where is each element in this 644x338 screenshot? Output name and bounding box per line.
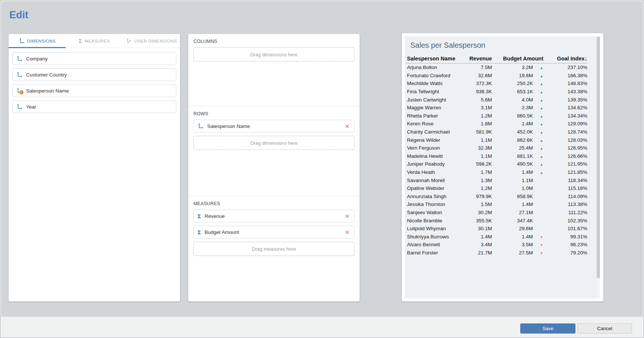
cell-goal-index: 101.67% — [550, 225, 587, 233]
tab-user-dimensions[interactable]: USER DIMENSIONS — [123, 34, 180, 48]
measures-section: MEASURES Σ Revenue ✕ Σ Budget Amount ✕ D… — [188, 196, 360, 256]
rows-label: ROWS — [193, 106, 354, 116]
cell-goal-index: 129.09% — [550, 120, 587, 128]
table-row: Savannah Morell1.3M1.1M118.34% — [405, 176, 587, 184]
user-axis-icon-glyph — [126, 38, 132, 44]
trend-down-icon: ▼ — [540, 243, 543, 247]
cell-trend: ▲ — [533, 144, 550, 152]
axis-icon-glyph — [16, 56, 22, 62]
sigma-icon: Σ — [79, 38, 82, 44]
tab-label: DIMENSIONS — [27, 39, 56, 43]
remove-icon[interactable]: ✕ — [344, 123, 350, 129]
cell-revenue: 581.9K — [461, 128, 492, 136]
tab-dimensions[interactable]: DIMENSIONS — [9, 34, 66, 48]
scrollbar-thumb[interactable] — [597, 37, 600, 278]
table-body: Arjuna Bolton7.5M3.2M▲237.10%Fortunato C… — [405, 63, 587, 257]
cell-salesperson-name: Nicolle Bramble — [405, 216, 461, 225]
dimension-list: Company Customer Country ✓Salesperson Na… — [9, 48, 180, 121]
cell-budget-amount: 29.6M — [492, 225, 533, 233]
sort-desc-icon: ↓ — [585, 55, 588, 62]
trend-up-icon: ▲ — [540, 106, 543, 110]
dimensions-panel: DIMENSIONS Σ MEASURES USER DIMENSIONS Co… — [9, 34, 180, 301]
cell-budget-amount: 653.1K — [492, 88, 533, 96]
cell-salesperson-name: Fina Tellwright — [405, 88, 461, 96]
preview-table: Salesperson Name Revenue Budget Amount G… — [405, 54, 587, 257]
footer-bar: Save Cancel — [0, 316, 644, 338]
trend-up-icon: ▲ — [540, 130, 543, 134]
cell-salesperson-name: Shukriyya Burrows — [405, 232, 461, 241]
cell-revenue: 1.5M — [461, 200, 492, 209]
header-revenue[interactable]: Revenue — [461, 54, 492, 63]
cell-revenue: 30.2M — [461, 209, 492, 217]
cell-trend: ▼ — [533, 232, 550, 241]
header-goal-index[interactable]: Goal Index↓ — [550, 54, 587, 63]
remove-icon[interactable]: ✕ — [344, 229, 350, 235]
preview-area: Sales per Salesperson Salesperson Name R… — [405, 36, 597, 298]
cell-trend: ▲ — [533, 160, 550, 168]
table-row: Sanjeev Walton30.2M27.1M111.22% — [405, 209, 587, 217]
remove-icon[interactable]: ✕ — [344, 213, 350, 219]
cell-salesperson-name: Sanjeev Walton — [405, 209, 461, 217]
cell-goal-index: 121.85% — [550, 168, 587, 176]
cell-goal-index: 126.66% — [550, 152, 587, 160]
cell-trend: ▲ — [533, 128, 550, 136]
tab-measures[interactable]: Σ MEASURES — [66, 34, 123, 48]
dimension-item-label: Year — [26, 104, 36, 110]
cell-budget-amount: 3.5M — [492, 241, 533, 249]
measures-label: MEASURES — [193, 196, 354, 206]
dimension-item-year[interactable]: Year — [12, 100, 176, 113]
measures-item-budget-amount[interactable]: Σ Budget Amount ✕ — [193, 226, 354, 238]
cell-goal-index: 128.74% — [550, 128, 587, 136]
table-row: Juniper Peabody598.2K490.5K▲121.95% — [405, 160, 587, 168]
rows-section: ROWS Salesperson Name ✕ Drag dimensions … — [188, 106, 360, 196]
table-row: Shukriyya Burrows1.4M1.4M▼99.31% — [405, 232, 587, 241]
table-header-row: Salesperson Name Revenue Budget Amount G… — [405, 54, 587, 63]
preview-scrollbar[interactable] — [597, 37, 600, 298]
trend-up-icon: ▲ — [540, 74, 543, 78]
preview-panel: Sales per Salesperson Salesperson Name R… — [402, 33, 603, 301]
cell-trend — [533, 225, 550, 233]
dimension-item-company[interactable]: Company — [12, 52, 176, 65]
measures-item-revenue[interactable]: Σ Revenue ✕ — [193, 210, 354, 222]
measures-dropzone[interactable]: Drag measures here — [193, 242, 354, 256]
axis-icon — [16, 104, 22, 110]
cell-revenue: 1.4M — [461, 232, 492, 241]
dimension-item-salesperson-name[interactable]: ✓Salesperson Name — [12, 84, 176, 97]
tab-label: MEASURES — [85, 39, 110, 43]
cell-salesperson-name: Madelina Hewitt — [405, 152, 461, 160]
header-salesperson-name[interactable]: Salesperson Name — [405, 54, 461, 63]
cell-goal-index: 115.16% — [550, 184, 587, 193]
cell-goal-index: 166.38% — [550, 72, 587, 80]
cell-budget-amount: 881.1K — [492, 152, 533, 160]
cell-trend — [533, 193, 550, 201]
axis-icon-glyph — [198, 123, 203, 129]
cell-budget-amount: 1.4M — [492, 232, 533, 241]
tab-label: USER DIMENSIONS — [135, 39, 177, 43]
cell-revenue: 1.2M — [461, 184, 492, 193]
save-button[interactable]: Save — [520, 323, 575, 334]
pill-label: Salesperson Name — [207, 123, 250, 129]
trend-up-icon: ▲ — [540, 170, 543, 175]
table-row: Fortunato Crawford32.6M19.6M▲166.38% — [405, 72, 587, 80]
cell-trend: ▲ — [533, 63, 550, 72]
trend-up-icon: ▲ — [540, 154, 543, 159]
table-row: Fina Tellwright936.3K653.1K▲143.38% — [405, 88, 587, 96]
axis-icon — [198, 123, 203, 129]
rows-dropzone[interactable]: Drag dimensions here — [193, 136, 354, 150]
cell-salesperson-name: Opaline Webster — [405, 184, 461, 193]
cancel-button[interactable]: Cancel — [577, 323, 632, 334]
cell-trend: ▲ — [533, 72, 550, 80]
trend-down-icon: ▼ — [540, 235, 543, 239]
rows-item-salesperson-name[interactable]: Salesperson Name ✕ — [193, 120, 354, 132]
cell-trend: ▲ — [533, 112, 550, 120]
cell-budget-amount: 347.4K — [492, 216, 533, 225]
header-budget-amount[interactable]: Budget Amount — [492, 54, 550, 63]
cell-trend: ▲ — [533, 104, 550, 112]
header-label: Goal Index — [557, 56, 584, 62]
cell-goal-index: 143.38% — [550, 88, 587, 96]
columns-dropzone[interactable]: Drag dimensions here — [193, 47, 354, 62]
cell-salesperson-name: Arjuna Bolton — [405, 63, 461, 72]
columns-label: COLUMNS — [193, 34, 354, 44]
dimension-item-customer-country[interactable]: Customer Country — [12, 68, 176, 81]
cell-goal-index: 113.38% — [550, 200, 587, 209]
